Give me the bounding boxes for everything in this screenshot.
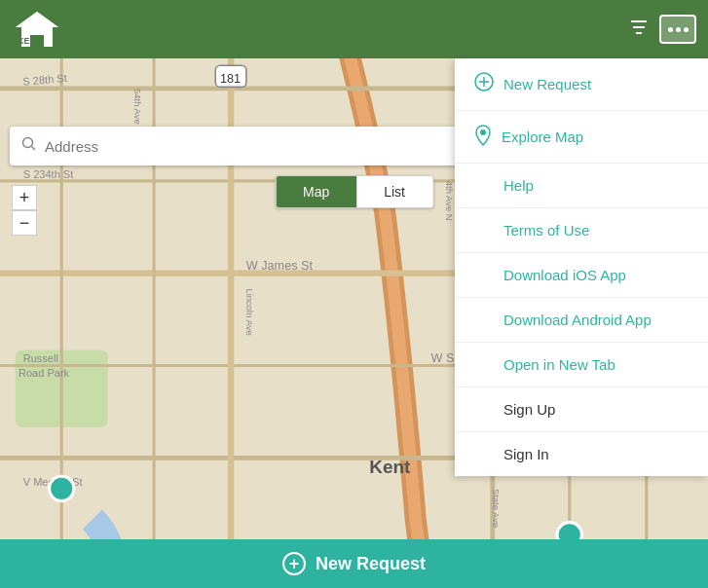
- svg-text:Kent: Kent: [369, 457, 411, 477]
- menu-item-terms[interactable]: Terms of Use: [455, 208, 708, 253]
- menu-new-request-label: New Request: [503, 76, 591, 92]
- menu-item-android-app[interactable]: Download Android App: [455, 298, 708, 343]
- svg-text:KENT: KENT: [18, 36, 42, 46]
- menu-dot: [684, 27, 689, 32]
- map-list-toggle: Map List: [275, 175, 433, 208]
- svg-line-54: [32, 147, 36, 151]
- svg-point-49: [50, 476, 74, 500]
- more-options-button[interactable]: [659, 15, 696, 44]
- menu-item-help[interactable]: Help: [455, 164, 708, 208]
- svg-text:181: 181: [220, 72, 241, 86]
- svg-text:State Ave: State Ave: [491, 489, 502, 528]
- menu-item-sign-up[interactable]: Sign Up: [455, 387, 708, 432]
- filter-icon[interactable]: [628, 17, 650, 43]
- dropdown-menu: New Request Explore Map Help Terms of Us…: [455, 58, 708, 476]
- new-request-button[interactable]: + New Request: [0, 539, 708, 588]
- app-header: KENT WASHINGTON: [0, 0, 708, 58]
- svg-text:Russell: Russell: [23, 352, 58, 364]
- new-request-label: New Request: [316, 554, 426, 574]
- menu-dot: [676, 27, 681, 32]
- zoom-controls: + −: [12, 185, 37, 236]
- search-icon: [21, 136, 37, 156]
- menu-item-ios-app[interactable]: Download iOS App: [455, 253, 708, 298]
- menu-new-tab-label: Open in New Tab: [503, 356, 615, 373]
- menu-sign-up-label: Sign Up: [503, 401, 555, 418]
- svg-point-53: [23, 138, 33, 148]
- menu-explore-map-label: Explore Map: [502, 129, 583, 145]
- menu-sign-in-label: Sign In: [503, 446, 549, 462]
- menu-item-sign-in[interactable]: Sign In: [455, 432, 708, 476]
- svg-text:Lincoln Ave: Lincoln Ave: [244, 288, 255, 335]
- menu-terms-label: Terms of Use: [503, 222, 589, 239]
- zoom-out-button[interactable]: −: [12, 210, 37, 236]
- menu-android-label: Download Android App: [503, 312, 652, 328]
- zoom-in-button[interactable]: +: [12, 185, 37, 210]
- svg-text:W James St: W James St: [246, 259, 314, 273]
- svg-text:WASHINGTON: WASHINGTON: [16, 46, 50, 51]
- logo: KENT WASHINGTON: [12, 8, 62, 51]
- location-pin-icon: [474, 125, 492, 149]
- svg-text:4th Ave N: 4th Ave N: [444, 181, 455, 221]
- list-toggle-button[interactable]: List: [356, 176, 432, 207]
- svg-text:Road Park: Road Park: [19, 367, 70, 379]
- menu-help-label: Help: [503, 177, 534, 194]
- menu-ios-label: Download iOS App: [503, 267, 626, 283]
- svg-point-58: [480, 129, 486, 135]
- plus-circle-icon: +: [282, 552, 306, 575]
- menu-item-new-tab[interactable]: Open in New Tab: [455, 343, 708, 387]
- map-toggle-button[interactable]: Map: [276, 176, 356, 207]
- menu-item-explore-map[interactable]: Explore Map: [455, 111, 708, 164]
- header-actions: [628, 15, 696, 44]
- svg-text:S 234th St: S 234th St: [23, 168, 74, 180]
- plus-circle-menu-icon: [474, 72, 494, 96]
- menu-item-new-request[interactable]: New Request: [455, 58, 708, 111]
- menu-dot: [668, 27, 673, 32]
- kent-logo-icon: KENT WASHINGTON: [12, 8, 62, 51]
